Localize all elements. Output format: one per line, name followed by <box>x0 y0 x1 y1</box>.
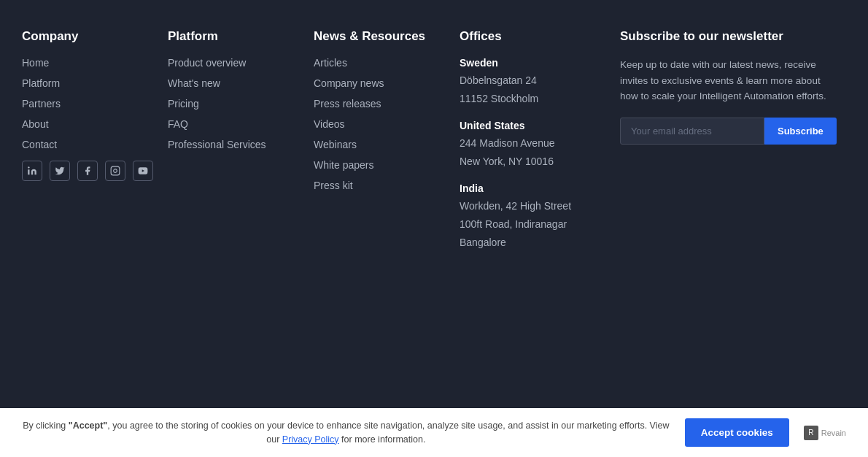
office-india-city: Bangalore <box>460 235 605 250</box>
platform-link-whats-new[interactable]: What's new <box>168 77 299 89</box>
newsletter-email-input[interactable] <box>620 118 764 145</box>
office-us: United States 244 Madison Avenue New Yor… <box>460 120 605 169</box>
linkedin-icon[interactable] <box>22 161 42 181</box>
cookie-accept-word: "Accept" <box>69 420 108 431</box>
news-column: News & Resources Articles Company news P… <box>314 29 460 264</box>
office-india-street: Workden, 42 High Street <box>460 199 605 214</box>
company-link-about[interactable]: About <box>22 118 153 130</box>
news-link-articles[interactable]: Articles <box>314 57 445 69</box>
office-sweden-country: Sweden <box>460 57 605 69</box>
platform-heading: Platform <box>168 29 299 44</box>
office-us-street: 244 Madison Avenue <box>460 136 605 151</box>
office-sweden-street: Döbelnsgatan 24 <box>460 73 605 88</box>
newsletter-subscribe-button[interactable]: Subscribe <box>764 118 837 145</box>
news-heading: News & Resources <box>314 29 445 44</box>
revain-icon: R <box>804 426 818 440</box>
company-heading: Company <box>22 29 153 44</box>
company-column: Company Home Platform Partners About Con… <box>22 29 168 264</box>
office-us-country: United States <box>460 120 605 131</box>
accept-cookies-button[interactable]: Accept cookies <box>685 418 789 447</box>
revain-logo: R Revain <box>804 426 846 440</box>
office-india: India Workden, 42 High Street 100ft Road… <box>460 183 605 250</box>
company-link-home[interactable]: Home <box>22 57 153 69</box>
news-link-videos[interactable]: Videos <box>314 118 445 130</box>
office-india-country: India <box>460 183 605 194</box>
newsletter-column: Subscribe to our newsletter Keep up to d… <box>620 29 851 264</box>
privacy-policy-link[interactable]: Privacy Policy <box>282 434 339 445</box>
news-link-press-releases[interactable]: Press releases <box>314 98 445 110</box>
instagram-icon[interactable] <box>105 161 125 181</box>
offices-heading: Offices <box>460 29 605 44</box>
facebook-icon[interactable] <box>77 161 98 181</box>
twitter-icon[interactable] <box>50 161 70 181</box>
cookie-bar: By clicking "Accept", you agree to the s… <box>0 408 868 457</box>
newsletter-form: Subscribe <box>620 118 837 145</box>
news-link-press-kit[interactable]: Press kit <box>314 180 445 191</box>
svg-rect-0 <box>28 169 29 174</box>
revain-text: Revain <box>821 429 846 437</box>
cookie-text: By clicking "Accept", you agree to the s… <box>22 419 670 447</box>
footer: Company Home Platform Partners About Con… <box>0 0 868 285</box>
company-link-contact[interactable]: Contact <box>22 139 153 150</box>
newsletter-heading: Subscribe to our newsletter <box>620 29 837 44</box>
offices-column: Offices Sweden Döbelnsgatan 24 11152 Sto… <box>460 29 620 264</box>
svg-point-1 <box>28 166 29 168</box>
company-link-platform[interactable]: Platform <box>22 77 153 89</box>
platform-link-product-overview[interactable]: Product overview <box>168 57 299 69</box>
office-sweden-city: 11152 Stockholm <box>460 91 605 107</box>
company-link-partners[interactable]: Partners <box>22 98 153 110</box>
news-link-webinars[interactable]: Webinars <box>314 139 445 150</box>
office-sweden: Sweden Döbelnsgatan 24 11152 Stockholm <box>460 57 605 107</box>
newsletter-description: Keep up to date with our latest news, re… <box>620 57 837 104</box>
news-link-white-papers[interactable]: White papers <box>314 159 445 171</box>
platform-link-pricing[interactable]: Pricing <box>168 98 299 110</box>
office-us-city: New York, NY 10016 <box>460 154 605 169</box>
platform-link-faq[interactable]: FAQ <box>168 118 299 130</box>
svg-rect-2 <box>111 166 120 175</box>
news-link-company-news[interactable]: Company news <box>314 77 445 89</box>
social-icons-row <box>22 161 153 181</box>
platform-link-professional-services[interactable]: Professional Services <box>168 139 299 150</box>
platform-column: Platform Product overview What's new Pri… <box>168 29 314 264</box>
youtube-icon[interactable] <box>133 161 153 181</box>
office-india-road: 100ft Road, Indiranagar <box>460 217 605 232</box>
